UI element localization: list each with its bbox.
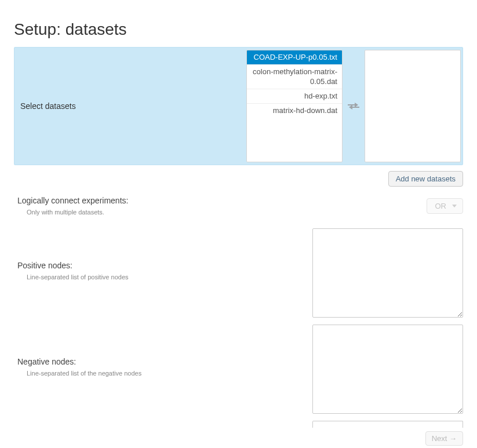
available-dataset-item[interactable]: COAD-EXP-UP-p0.05.txt [247, 50, 342, 65]
next-button[interactable]: Next → [425, 431, 463, 446]
select-datasets-label: Select datasets [14, 48, 246, 165]
negative-nodes-row: Negative nodes: Line-separated list of t… [14, 325, 463, 414]
chevron-down-icon [452, 205, 457, 207]
logic-help: Only with multiple datasets. [17, 209, 309, 216]
logic-select-value: OR [435, 202, 447, 210]
available-dataset-item[interactable]: hd-exp.txt [247, 89, 342, 104]
negative-nodes-label: Negative nodes: [17, 357, 309, 366]
available-datasets-listbox[interactable]: COAD-EXP-UP-p0.05.txtcolon-methylation-m… [246, 50, 343, 162]
truncated-textarea[interactable] [312, 421, 463, 428]
logic-select: OR [427, 198, 464, 214]
positive-nodes-label: Positive nodes: [17, 261, 309, 270]
select-datasets-panel: Select datasets COAD-EXP-UP-p0.05.txtcol… [14, 47, 463, 165]
positive-nodes-row: Positive nodes: Line-separated list of p… [14, 228, 463, 318]
chosen-datasets-listbox[interactable] [365, 50, 461, 162]
negative-nodes-textarea[interactable] [312, 325, 463, 414]
swap-icon[interactable] [348, 102, 359, 110]
page-title: Setup: datasets [14, 20, 463, 39]
positive-nodes-textarea[interactable] [312, 228, 463, 318]
logic-label: Logically connect experiments: [17, 196, 309, 205]
negative-nodes-help: Line-separated list of the negative node… [17, 370, 309, 377]
logic-row: Logically connect experiments: Only with… [14, 196, 463, 216]
available-dataset-item[interactable]: colon-methylation-matrix-0.05.dat [247, 65, 342, 89]
positive-nodes-help: Line-separated list of positive nodes [17, 274, 309, 281]
available-dataset-item[interactable]: matrix-hd-down.dat [247, 104, 342, 118]
add-new-datasets-button[interactable]: Add new datasets [388, 171, 463, 187]
